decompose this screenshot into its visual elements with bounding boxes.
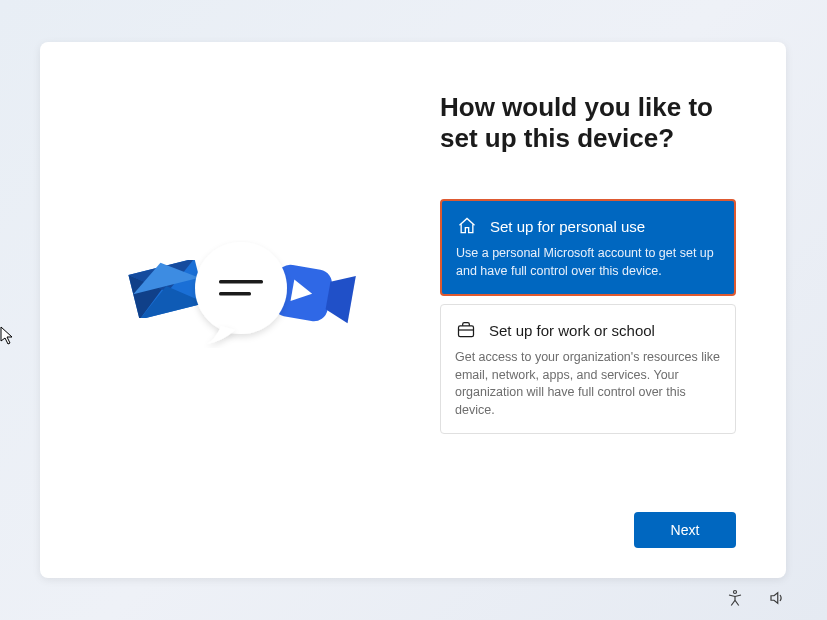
option-personal-title: Set up for personal use [490, 218, 645, 235]
home-icon [456, 215, 478, 237]
svg-rect-9 [219, 292, 251, 296]
volume-icon[interactable] [767, 588, 787, 608]
option-personal[interactable]: Set up for personal use Use a personal M… [440, 199, 736, 296]
illustration-panel [40, 42, 440, 578]
svg-point-7 [195, 242, 287, 334]
option-work-header: Set up for work or school [455, 319, 721, 341]
briefcase-icon [455, 319, 477, 341]
option-work-description: Get access to your organization's resour… [455, 349, 721, 419]
next-button[interactable]: Next [634, 512, 736, 548]
page-title: How would you like to set up this device… [440, 92, 736, 154]
option-work-title: Set up for work or school [489, 322, 655, 339]
option-personal-description: Use a personal Microsoft account to get … [456, 245, 720, 280]
setup-illustration [120, 235, 360, 385]
speech-bubble-icon [185, 240, 297, 352]
taskbar [725, 588, 787, 608]
mouse-cursor [0, 326, 16, 346]
svg-point-11 [734, 591, 737, 594]
setup-card: How would you like to set up this device… [40, 42, 786, 578]
svg-rect-10 [459, 326, 474, 337]
option-personal-header: Set up for personal use [456, 215, 720, 237]
svg-rect-8 [219, 280, 263, 284]
content-panel: How would you like to set up this device… [440, 42, 786, 578]
accessibility-icon[interactable] [725, 588, 745, 608]
option-work[interactable]: Set up for work or school Get access to … [440, 304, 736, 434]
